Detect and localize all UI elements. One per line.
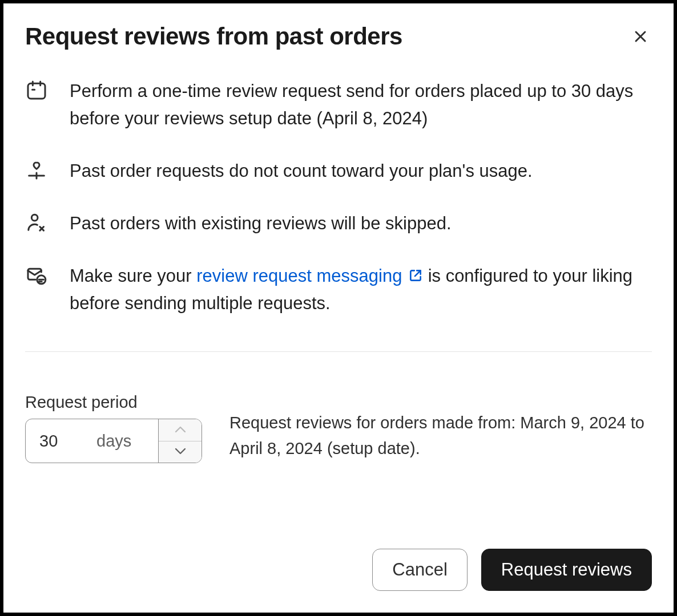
review-messaging-link[interactable]: review request messaging: [196, 266, 423, 286]
request-reviews-button[interactable]: Request reviews: [481, 549, 652, 591]
stepper-suffix: days: [96, 432, 131, 451]
chevron-up-icon: [174, 425, 187, 436]
close-icon: [631, 39, 650, 47]
user-skip-icon: [25, 211, 48, 234]
request-period-description: Request reviews for orders made from: Ma…: [229, 393, 652, 461]
svg-point-1: [31, 214, 38, 221]
info-text: Perform a one-time review request send f…: [70, 78, 652, 132]
stepper-buttons: [158, 419, 202, 463]
request-period-stepper[interactable]: days: [25, 419, 202, 463]
stepper-body: days: [26, 419, 158, 463]
stepper-decrement[interactable]: [159, 441, 202, 463]
info-item-skip: Past orders with existing reviews will b…: [25, 210, 652, 237]
request-period-row: Request period days Request reviews for …: [25, 393, 652, 463]
request-period-input[interactable]: [39, 432, 74, 451]
stepper-increment[interactable]: [159, 419, 202, 441]
info-item-usage: Past order requests do not count toward …: [25, 157, 652, 185]
info-item-messaging: Make sure your review request messaging …: [25, 262, 652, 317]
cancel-button[interactable]: Cancel: [372, 549, 468, 591]
modal-header: Request reviews from past orders: [25, 23, 652, 50]
marker-add-icon: [25, 159, 48, 181]
calendar-icon: [25, 79, 48, 102]
request-period-label: Request period: [25, 393, 202, 412]
info-item-schedule: Perform a one-time review request send f…: [25, 78, 652, 132]
email-settings-icon: [25, 264, 48, 286]
modal-title: Request reviews from past orders: [25, 23, 402, 50]
chevron-down-icon: [174, 447, 187, 457]
info-text: Past orders with existing reviews will b…: [70, 210, 452, 237]
request-period-field: Request period days: [25, 393, 202, 463]
info-list: Perform a one-time review request send f…: [25, 78, 652, 317]
info-text: Past order requests do not count toward …: [70, 157, 533, 185]
divider: [25, 351, 652, 352]
close-button[interactable]: [629, 25, 652, 50]
info-text: Make sure your review request messaging …: [70, 262, 652, 317]
info-text-pre: Make sure your: [70, 266, 196, 286]
modal-footer: Cancel Request reviews: [25, 549, 652, 591]
external-link-icon: [408, 268, 423, 283]
svg-rect-0: [28, 83, 45, 99]
